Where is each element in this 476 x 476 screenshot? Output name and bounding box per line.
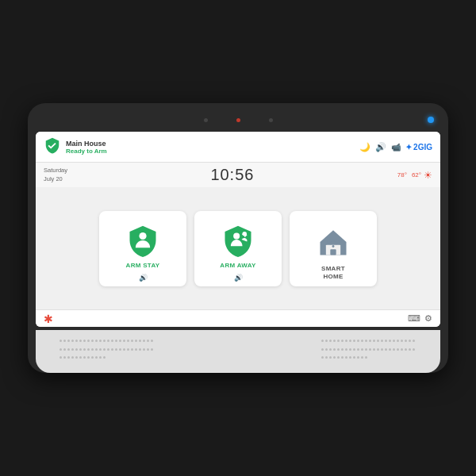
speaker-dot: [373, 348, 375, 351]
svg-point-5: [332, 245, 335, 248]
speaker-dot: [405, 340, 407, 342]
speaker-dot: [393, 340, 395, 342]
speaker-dot: [321, 348, 324, 351]
speaker-dot: [83, 348, 86, 351]
speaker-dot: [369, 340, 371, 342]
speaker-dot: [321, 356, 324, 359]
arm-stay-label: ARM STAY: [126, 262, 160, 270]
speaker-dot: [151, 348, 153, 351]
speaker-dot: [95, 348, 98, 351]
speaker-dot: [75, 340, 78, 342]
speaker-dot: [325, 348, 328, 351]
speaker-dot: [87, 356, 90, 359]
speaker-dot: [107, 340, 109, 342]
speaker-dot: [337, 340, 340, 342]
speaker-dot: [147, 340, 149, 342]
header-right: 🌙 🔊 📹 ✦ 2GIG: [359, 142, 432, 152]
speaker-dot: [75, 356, 78, 359]
speaker-dot: [361, 348, 363, 351]
temp-high: 78°: [397, 171, 407, 178]
speaker-dot: [405, 348, 407, 351]
header-title-block: Main House Ready to Arm: [66, 140, 107, 155]
volume-icon[interactable]: 🔊: [375, 142, 386, 152]
alert-asterisk-icon[interactable]: ✱: [44, 313, 53, 325]
speaker-dot: [99, 356, 102, 359]
speaker-dot: [63, 348, 66, 351]
camera-icon[interactable]: 📹: [391, 143, 401, 152]
speaker-dot: [385, 340, 387, 342]
speaker-dot: [71, 340, 74, 342]
speaker-dot: [345, 340, 347, 342]
speaker-dot: [71, 348, 74, 351]
weather-block: 78° 62° ☀: [397, 170, 432, 181]
speaker-dot: [79, 348, 82, 351]
arm-status: Ready to Arm: [66, 148, 107, 155]
speaker-dot: [341, 340, 344, 342]
speaker-dot: [83, 340, 86, 342]
speaker-dot: [91, 356, 94, 359]
speaker-grille-right: [321, 340, 416, 363]
led-indicator: [428, 117, 434, 123]
speaker-dot: [95, 356, 98, 359]
moon-icon[interactable]: 🌙: [359, 142, 370, 152]
speaker-dot: [71, 356, 74, 359]
speaker-dot: [357, 348, 359, 351]
speaker-dot: [325, 340, 328, 342]
speaker-dot: [413, 348, 415, 351]
arm-stay-card[interactable]: ARM STAY 🔊: [99, 211, 186, 286]
speaker-dot: [143, 340, 145, 342]
speaker-dot: [341, 356, 344, 359]
speaker-dot: [389, 340, 391, 342]
speaker-dot: [63, 356, 66, 359]
speaker-dot: [123, 348, 125, 351]
speaker-dot: [139, 348, 141, 351]
action-cards-container: ARM STAY 🔊 ARM AWAY 🔊: [36, 187, 440, 309]
speaker-dot: [349, 356, 351, 359]
speaker-dot: [131, 340, 133, 342]
speaker-dot: [333, 348, 336, 351]
speaker-dot: [345, 348, 347, 351]
arm-away-label: ARM AWAY: [220, 262, 255, 270]
speaker-dot: [357, 340, 359, 342]
speaker-dot: [389, 348, 391, 351]
speaker-dot: [365, 340, 367, 342]
speaker-dot: [409, 348, 411, 351]
camera-dot-center: [236, 118, 240, 122]
speaker-dot: [353, 348, 355, 351]
speaker-dot: [143, 348, 145, 351]
device-bottom: // Generate speaker dots inline via temp…: [36, 330, 440, 373]
speaker-dot: [119, 340, 121, 342]
speaker-dot: [151, 340, 153, 342]
camera-dot-right: [269, 118, 273, 122]
speaker-dot: [91, 348, 94, 351]
speaker-dot: [329, 340, 332, 342]
smart-home-card[interactable]: SMART HOME: [290, 211, 377, 286]
keyboard-icon[interactable]: ⌨: [408, 313, 420, 324]
brand-logo: ✦ 2GIG: [405, 143, 432, 152]
speaker-dot: [135, 340, 137, 342]
speaker-dot: [381, 348, 383, 351]
svg-point-2: [243, 232, 248, 236]
settings-gear-icon[interactable]: ⚙: [424, 313, 432, 324]
arm-away-footer: 🔊: [234, 274, 243, 282]
smart-home-label: SMART HOME: [321, 265, 345, 282]
speaker-dot: [321, 340, 324, 342]
svg-point-0: [139, 232, 146, 240]
speaker-dot: [401, 348, 403, 351]
speaker-dot: [337, 356, 340, 359]
speaker-dot: [60, 356, 62, 359]
speaker-dot: [333, 340, 336, 342]
bottom-right-icons: ⌨ ⚙: [408, 313, 432, 324]
location-name: Main House: [66, 140, 107, 148]
arm-away-card[interactable]: ARM AWAY 🔊: [194, 211, 282, 286]
smart-panel-device: Main House Ready to Arm 🌙 🔊 📹 ✦ 2GIG Sat…: [28, 103, 448, 373]
speaker-dot: [381, 340, 383, 342]
speaker-dot: [401, 340, 403, 342]
speaker-dot: [131, 348, 133, 351]
time-display: 10:56: [210, 166, 254, 184]
speaker-dot: [99, 348, 102, 351]
speaker-dot: [329, 356, 332, 359]
speaker-dot: [60, 348, 62, 351]
speaker-dot: [333, 356, 336, 359]
speaker-dot: [341, 348, 344, 351]
